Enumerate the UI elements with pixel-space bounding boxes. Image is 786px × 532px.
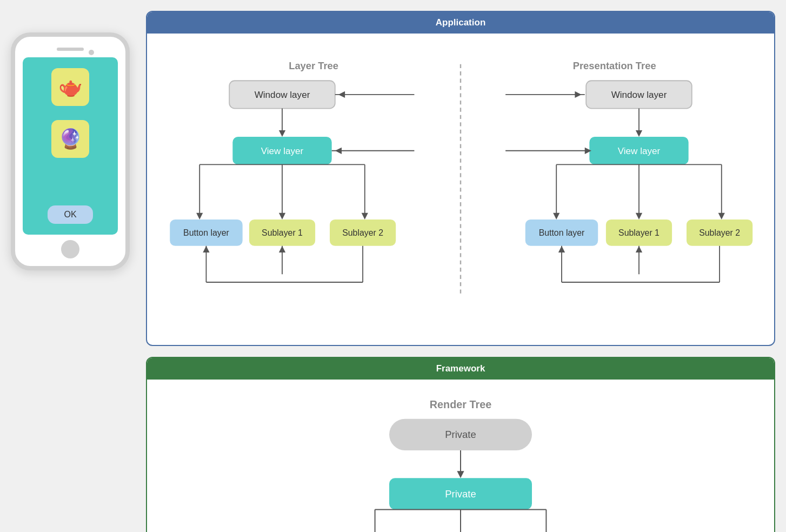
svg-text:Render Tree: Render Tree — [430, 398, 491, 410]
svg-marker-66 — [457, 471, 464, 478]
diagrams-area: Application Layer Tree Presentation Tree… — [146, 11, 775, 532]
application-content: Layer Tree Presentation Tree Window laye… — [147, 34, 774, 345]
svg-text:Sublayer 2: Sublayer 2 — [699, 228, 740, 237]
svg-marker-28 — [279, 246, 285, 252]
main-container: 🫖 🔮 OK Application Layer Tree Presentati… — [11, 11, 775, 532]
svg-text:Window layer: Window layer — [255, 90, 310, 100]
svg-marker-13 — [196, 213, 203, 220]
svg-marker-34 — [575, 91, 581, 98]
svg-marker-15 — [362, 213, 368, 220]
svg-marker-47 — [553, 213, 559, 220]
svg-text:Sublayer 2: Sublayer 2 — [342, 228, 383, 237]
svg-marker-49 — [718, 213, 725, 220]
svg-text:Sublayer 1: Sublayer 1 — [618, 228, 660, 237]
framework-content: Render Tree Private Private — [147, 380, 774, 532]
svg-marker-32 — [338, 91, 345, 98]
ok-button[interactable]: OK — [48, 205, 92, 224]
svg-text:Button layer: Button layer — [539, 228, 585, 237]
gem-icon-box: 🔮 — [51, 120, 89, 158]
svg-text:View layer: View layer — [618, 146, 661, 156]
svg-marker-61 — [636, 246, 642, 252]
svg-text:Presentation Tree: Presentation Tree — [573, 60, 656, 71]
framework-title: Framework — [147, 358, 774, 380]
phone-mockup: 🫖 🔮 OK — [11, 32, 130, 270]
svg-marker-40 — [335, 148, 342, 154]
application-box: Application Layer Tree Presentation Tree… — [146, 11, 775, 346]
svg-marker-59 — [558, 246, 565, 252]
svg-text:Button layer: Button layer — [183, 228, 229, 237]
framework-diagram: Render Tree Private Private — [282, 390, 639, 532]
application-diagram: Layer Tree Presentation Tree Window laye… — [163, 44, 758, 329]
phone-screen: 🫖 🔮 OK — [23, 57, 118, 235]
svg-text:Sublayer 1: Sublayer 1 — [262, 228, 303, 237]
svg-text:Private: Private — [445, 429, 476, 440]
gem-icon: 🔮 — [58, 128, 83, 150]
svg-text:Window layer: Window layer — [611, 90, 667, 100]
svg-text:Private: Private — [445, 488, 476, 500]
svg-marker-36 — [636, 130, 642, 137]
svg-text:View layer: View layer — [261, 146, 304, 156]
application-title: Application — [147, 12, 774, 34]
svg-marker-25 — [203, 246, 209, 252]
svg-text:Layer Tree: Layer Tree — [289, 60, 338, 71]
phone-home-button — [61, 240, 79, 258]
svg-marker-6 — [279, 130, 285, 137]
teapot-icon: 🫖 — [58, 76, 83, 98]
framework-box: Framework Render Tree Private Private — [146, 357, 775, 532]
phone-camera — [89, 50, 94, 55]
svg-marker-14 — [279, 213, 285, 220]
svg-marker-48 — [636, 213, 642, 220]
phone-speaker — [57, 48, 84, 51]
teapot-icon-box: 🫖 — [51, 68, 89, 106]
